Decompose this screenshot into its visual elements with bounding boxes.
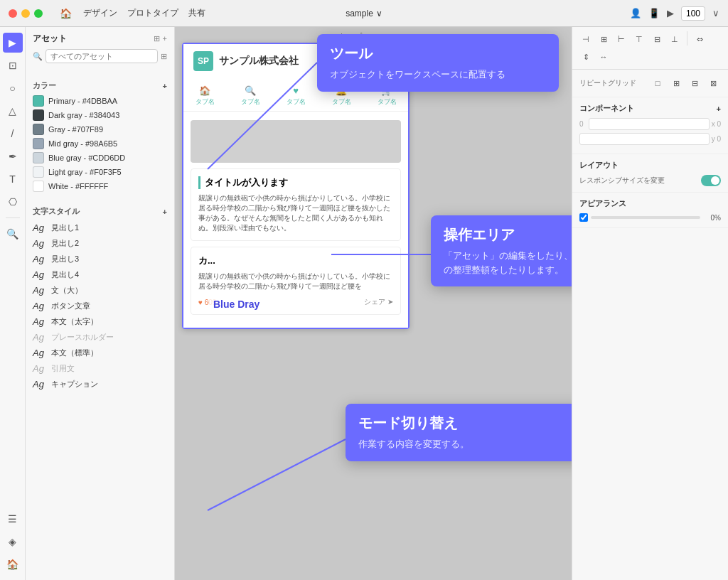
- text-style-item[interactable]: Ag 見出し3: [33, 252, 167, 266]
- view-toggle[interactable]: ⊞: [161, 52, 167, 61]
- y-input[interactable]: [579, 133, 710, 145]
- tooltip-mode-title: モード切り替え: [358, 414, 572, 433]
- pen-tool[interactable]: ✒: [3, 146, 23, 166]
- add-color-icon[interactable]: +: [163, 82, 167, 90]
- rp-align-right[interactable]: ⊢: [614, 31, 629, 47]
- component-title: コンポーネント +: [579, 103, 721, 114]
- rp-separator: [687, 31, 687, 45]
- rp-distribute-v[interactable]: ⇕: [578, 49, 594, 65]
- close-button[interactable]: [9, 9, 17, 18]
- left-panel: アセット ⊞ + 🔍 ⊞ カラー + Primary - #4DBBAA: [26, 27, 175, 580]
- color-item[interactable]: Light gray - #F0F3F5: [33, 166, 167, 178]
- component-tool[interactable]: ⎔: [3, 192, 23, 212]
- color-item[interactable]: Mid gray - #98A6B5: [33, 138, 167, 149]
- colors-label: カラー +: [33, 80, 167, 91]
- assets-icons: ⊞ +: [154, 34, 167, 43]
- maximize-button[interactable]: [34, 9, 43, 18]
- menu-design[interactable]: デザイン: [83, 7, 117, 19]
- color-swatch-darkgray: [33, 109, 44, 121]
- rp-align-center-h[interactable]: ⊞: [596, 31, 611, 47]
- responsive-label: レスポンシブサイズを変更: [579, 176, 665, 186]
- play-icon[interactable]: ▶: [667, 8, 674, 18]
- rp-icon-2[interactable]: ⊞: [668, 75, 684, 91]
- svg-line-2: [208, 439, 346, 510]
- search-input[interactable]: [46, 49, 158, 63]
- triangle-tool[interactable]: △: [3, 101, 23, 121]
- text-style-item[interactable]: Ag 見出し1: [33, 221, 167, 235]
- rp-icon-3[interactable]: ⊟: [687, 75, 702, 91]
- rp-spacing[interactable]: ↔: [596, 49, 611, 65]
- line-tool[interactable]: /: [3, 124, 23, 144]
- menu-items: デザイン プロトタイプ 共有: [83, 7, 205, 19]
- toolbar-bottom: ☰ ◈ 🏠: [3, 509, 23, 574]
- layers-tool[interactable]: ◈: [3, 532, 23, 552]
- device-icon[interactable]: 📱: [648, 8, 660, 18]
- text-style-item[interactable]: Ag 見出し2: [33, 237, 167, 250]
- color-item[interactable]: Blue gray - #CDD6DD: [33, 152, 167, 163]
- add-asset-icon[interactable]: ⊞: [154, 34, 160, 43]
- text-tool[interactable]: T: [3, 169, 23, 189]
- rp-align-left[interactable]: ⊣: [578, 31, 594, 47]
- text-style-item[interactable]: Ag 引用文: [33, 362, 167, 375]
- menu-right: 👤 📱 ▶ 100 ∨: [630, 6, 719, 21]
- color-item[interactable]: Dark gray - #384043: [33, 109, 167, 121]
- rp-icon-4[interactable]: ⊠: [705, 75, 721, 91]
- pages-tool[interactable]: ☰: [3, 509, 23, 529]
- more-asset-icon[interactable]: +: [163, 34, 167, 43]
- appearance-checkbox[interactable]: [579, 213, 588, 222]
- search-tool[interactable]: 🔍: [3, 224, 23, 244]
- color-swatch-primary: [33, 95, 44, 107]
- rp-layout-section: レイアウト レスポンシブサイズを変更: [572, 154, 728, 193]
- text-style-item[interactable]: Ag 本文（標準）: [33, 346, 167, 360]
- color-item[interactable]: Gray - #707F89: [33, 124, 167, 135]
- color-item[interactable]: Primary - #4DBBAA: [33, 95, 167, 107]
- rp-component-section: コンポーネント + 0 x 0 y 0: [572, 97, 728, 154]
- text-style-item[interactable]: Ag ボタン文章: [33, 299, 167, 313]
- tab-item[interactable]: 🏠 タブ名: [182, 82, 228, 111]
- text-style-item[interactable]: Ag 見出し4: [33, 268, 167, 281]
- add-component-icon[interactable]: +: [717, 104, 721, 113]
- canvas-area[interactable]: トップ 詳細 SP サンプル株式会社 🏠 タブ名 🔍: [175, 27, 572, 580]
- rp-align-top[interactable]: ⊤: [631, 31, 647, 47]
- zoom-control[interactable]: 100: [681, 6, 705, 21]
- text-styles-section: 文字スタイル + Ag 見出し1 Ag 見出し2 Ag 見出し3 Ag 見出し4…: [26, 200, 174, 399]
- assets-title: アセット: [33, 33, 67, 45]
- minimize-button[interactable]: [21, 9, 30, 18]
- rp-x-field: 0 x 0: [579, 118, 721, 130]
- x-input[interactable]: [589, 118, 710, 130]
- rp-y-field: y 0: [579, 133, 721, 145]
- text-style-item[interactable]: Ag 文（大）: [33, 284, 167, 297]
- colors-section: カラー + Primary - #4DBBAA Dark gray - #384…: [26, 75, 174, 200]
- rp-align-center-v[interactable]: ⊟: [649, 31, 665, 47]
- rp-distribute-h[interactable]: ⇔: [692, 31, 707, 47]
- text-style-item[interactable]: Ag キャプション: [33, 377, 167, 391]
- assets-tool[interactable]: 🏠: [3, 554, 23, 574]
- tooltip-tools-body: オブジェクトをワークスペースに配置する: [330, 68, 546, 82]
- search-row: 🔍 ⊞: [33, 49, 167, 63]
- menu-prototype[interactable]: プロトタイプ: [127, 7, 178, 19]
- dropdown-icon[interactable]: ∨: [712, 8, 719, 18]
- text-style-item[interactable]: Ag プレースホルダー: [33, 331, 167, 344]
- circle-tool[interactable]: ○: [3, 78, 23, 98]
- color-swatch-gray: [33, 124, 44, 135]
- file-title[interactable]: sample ∨: [346, 9, 382, 18]
- rp-align-bottom[interactable]: ⊥: [667, 31, 682, 47]
- responsive-toggle[interactable]: [701, 175, 721, 186]
- color-swatch-lightgray: [33, 166, 44, 178]
- tooltip-operation: 操作エリア 「アセット」の編集をしたり、「レイヤー」の整理整頓をしたりします。: [431, 215, 572, 286]
- rp-icon-1[interactable]: □: [650, 75, 665, 91]
- rp-toolbar: ⊣ ⊞ ⊢ ⊤ ⊟ ⊥ ⇔ ⇕ ↔: [572, 27, 728, 70]
- company-name-left: サンプル株式会社: [219, 55, 299, 68]
- home-icon[interactable]: 🏠: [60, 8, 72, 19]
- tab-item[interactable]: ♥ タブ名: [273, 82, 318, 111]
- color-label-lightgray: Light gray - #F0F3F5: [48, 168, 122, 176]
- opacity-bar: [591, 216, 700, 219]
- select-tool[interactable]: ▶: [3, 33, 23, 53]
- user-icon[interactable]: 👤: [630, 8, 641, 18]
- text-style-item[interactable]: Ag 本文（太字）: [33, 315, 167, 328]
- color-item[interactable]: White - #FFFFFF: [33, 181, 167, 192]
- menu-share[interactable]: 共有: [188, 7, 205, 19]
- frame-tool[interactable]: ⊡: [3, 55, 23, 75]
- add-style-icon[interactable]: +: [163, 208, 167, 216]
- tab-item[interactable]: 🔍 タブ名: [228, 82, 273, 111]
